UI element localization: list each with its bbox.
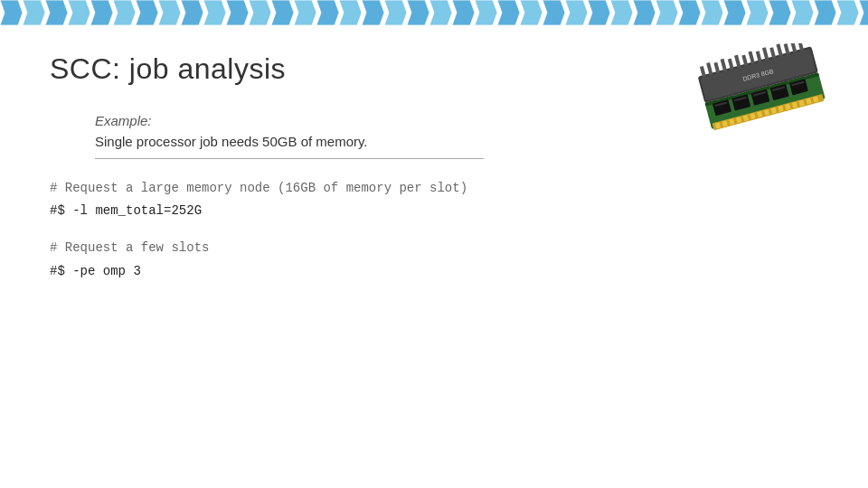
svg-marker-17 xyxy=(384,0,407,25)
svg-rect-78 xyxy=(706,62,712,76)
svg-marker-14 xyxy=(316,0,339,25)
svg-rect-87 xyxy=(769,47,776,59)
code-command-2: #$ -pe omp 3 xyxy=(50,260,818,283)
code-command-1: #$ -l mem_total=252G xyxy=(50,200,818,222)
svg-marker-28 xyxy=(633,0,656,25)
code-comment-2: # Request a few slots xyxy=(50,237,818,259)
svg-rect-90 xyxy=(790,43,797,53)
svg-rect-82 xyxy=(734,55,741,69)
code-block-1: # Request a large memory node (16GB of m… xyxy=(50,177,818,222)
svg-marker-13 xyxy=(294,0,316,25)
svg-rect-84 xyxy=(749,51,755,64)
svg-marker-33 xyxy=(746,0,769,25)
code-section: # Request a large memory node (16GB of m… xyxy=(50,177,818,283)
svg-marker-36 xyxy=(814,0,836,25)
svg-marker-2 xyxy=(45,0,68,25)
divider-line xyxy=(95,158,484,159)
svg-marker-20 xyxy=(452,0,475,25)
svg-rect-77 xyxy=(700,66,706,78)
svg-marker-25 xyxy=(565,0,588,25)
svg-marker-0 xyxy=(0,0,23,25)
svg-marker-7 xyxy=(158,0,181,25)
svg-rect-83 xyxy=(741,54,748,66)
svg-marker-18 xyxy=(407,0,429,25)
svg-marker-19 xyxy=(429,0,452,25)
svg-marker-6 xyxy=(136,0,158,25)
svg-marker-22 xyxy=(497,0,520,25)
svg-marker-30 xyxy=(678,0,701,25)
svg-marker-23 xyxy=(520,0,542,25)
svg-rect-86 xyxy=(762,47,769,61)
svg-rect-89 xyxy=(784,43,790,55)
svg-marker-8 xyxy=(181,0,203,25)
svg-marker-35 xyxy=(791,0,814,25)
svg-rect-79 xyxy=(713,62,720,74)
svg-marker-5 xyxy=(113,0,136,25)
code-block-2: # Request a few slots #$ -pe omp 3 xyxy=(50,237,818,282)
svg-marker-11 xyxy=(249,0,271,25)
svg-marker-27 xyxy=(610,0,633,25)
ram-image: DDR3 8GB xyxy=(687,43,832,152)
svg-marker-37 xyxy=(836,0,859,25)
top-banner xyxy=(0,0,868,25)
svg-marker-12 xyxy=(271,0,294,25)
svg-marker-1 xyxy=(23,0,45,25)
svg-rect-80 xyxy=(721,59,727,72)
main-content: DDR3 8GB SCC: job analysis xyxy=(0,25,868,315)
svg-marker-21 xyxy=(475,0,497,25)
svg-marker-29 xyxy=(656,0,678,25)
svg-marker-9 xyxy=(203,0,226,25)
svg-marker-15 xyxy=(339,0,362,25)
svg-rect-81 xyxy=(728,59,734,70)
svg-marker-26 xyxy=(588,0,610,25)
svg-marker-31 xyxy=(701,0,723,25)
svg-marker-32 xyxy=(723,0,746,25)
svg-marker-10 xyxy=(226,0,249,25)
svg-marker-34 xyxy=(769,0,791,25)
svg-marker-38 xyxy=(859,0,868,25)
svg-rect-88 xyxy=(776,43,782,57)
svg-marker-16 xyxy=(362,0,384,25)
code-comment-1: # Request a large memory node (16GB of m… xyxy=(50,177,818,200)
svg-marker-4 xyxy=(90,0,113,25)
svg-rect-85 xyxy=(756,51,762,62)
svg-marker-24 xyxy=(542,0,565,25)
svg-marker-3 xyxy=(68,0,90,25)
arrow-banner-svg xyxy=(0,0,868,25)
